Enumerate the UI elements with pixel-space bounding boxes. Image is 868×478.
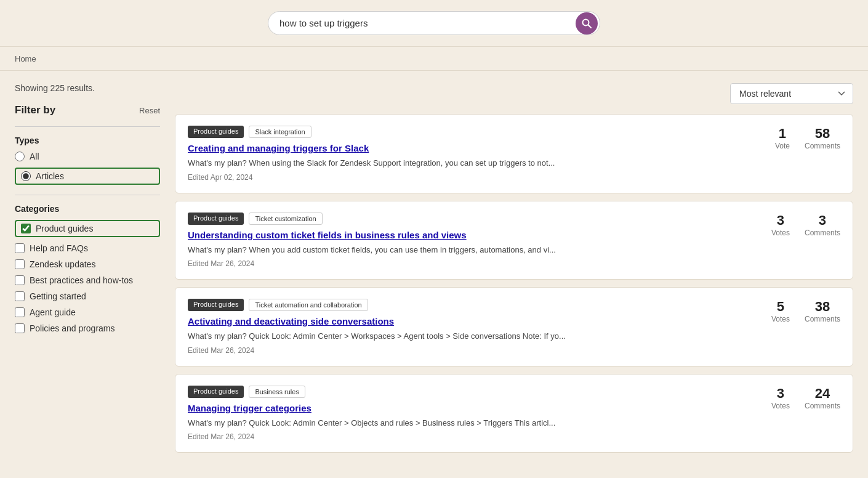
result-title-link[interactable]: Activating and deactivating side convers… [188,316,744,326]
category-zendesk-updates-checkbox[interactable] [15,259,25,269]
type-all-option[interactable]: All [15,152,160,161]
votes-count: 5 [777,299,784,315]
result-card: Product guides Business rules Managing t… [175,374,853,453]
category-help-faqs[interactable]: Help and FAQs [15,243,160,253]
filter-header: Filter by Reset [15,104,160,116]
comments-stat: 58 Comments [805,126,840,150]
comments-count: 38 [815,299,830,315]
result-stats: 1 Vote 58 Comments [754,126,840,150]
result-stats: 3 Votes 24 Comments [754,386,840,410]
tag-business-rules: Business rules [249,386,305,398]
breadcrumb: Home [0,47,868,71]
search-icon [582,18,592,28]
result-main: Product guides Ticket customization Unde… [188,213,744,269]
sidebar: Showing 225 results. Filter by Reset Typ… [15,83,175,460]
category-getting-started-label: Getting started [30,291,86,301]
result-title-link[interactable]: Creating and managing triggers for Slack [188,143,744,153]
result-meta: Edited Mar 26, 2024 [188,259,744,268]
tag-row: Product guides Ticket customization [188,213,744,225]
result-title-link[interactable]: Managing trigger categories [188,403,744,413]
category-zendesk-updates[interactable]: Zendesk updates [15,259,160,269]
comments-stat: 3 Comments [805,213,840,237]
comments-stat: 38 Comments [805,299,840,323]
votes-count: 3 [777,213,784,229]
result-card: Product guides Ticket automation and col… [175,287,853,367]
categories-checkbox-group: Product guides Help and FAQs Zendesk upd… [15,220,160,333]
category-best-practices[interactable]: Best practices and how-tos [15,275,160,285]
tag-row: Product guides Ticket automation and col… [188,299,744,311]
type-articles-label: Articles [36,171,64,181]
tag-product-guides: Product guides [188,386,244,398]
votes-count: 3 [777,386,784,402]
comments-label: Comments [805,142,840,150]
category-getting-started[interactable]: Getting started [15,291,160,301]
type-articles-radio[interactable] [21,171,31,181]
votes-stat: 3 Votes [771,386,790,410]
type-articles-option[interactable]: Articles [15,168,160,185]
sidebar-divider [15,126,160,127]
tag-slack-integration: Slack integration [249,126,311,138]
category-best-practices-checkbox[interactable] [15,275,25,285]
category-policies-programs-label: Policies and programs [30,323,115,333]
votes-stat: 5 Votes [771,299,790,323]
result-meta: Edited Mar 26, 2024 [188,346,744,355]
result-title-link[interactable]: Understanding custom ticket fields in bu… [188,230,744,240]
category-best-practices-label: Best practices and how-tos [30,275,133,285]
sort-select[interactable]: Most relevant Most recent Most votes Mos… [730,83,853,104]
votes-label: Votes [771,315,790,323]
tag-ticket-customization: Ticket customization [249,213,322,225]
votes-stat: 3 Votes [771,213,790,237]
category-policies-programs-checkbox[interactable] [15,323,25,333]
result-main: Product guides Slack integration Creatin… [188,126,744,182]
category-policies-programs[interactable]: Policies and programs [15,323,160,333]
result-meta: Edited Apr 02, 2024 [188,173,744,182]
category-help-faqs-checkbox[interactable] [15,243,25,253]
result-excerpt: What's my plan? Quick Look: Admin Center… [188,417,744,429]
category-product-guides-checkbox[interactable] [21,224,31,233]
comments-label: Comments [805,402,840,410]
result-main: Product guides Ticket automation and col… [188,299,744,355]
breadcrumb-home-link[interactable]: Home [15,54,36,63]
type-all-radio[interactable] [15,152,25,161]
sort-row: Most relevant Most recent Most votes Mos… [175,83,853,104]
category-product-guides[interactable]: Product guides [15,220,160,237]
category-agent-guide-checkbox[interactable] [15,307,25,317]
reset-link[interactable]: Reset [139,106,160,115]
votes-label: Votes [771,229,790,237]
result-excerpt: What's my plan? Quick Look: Admin Center… [188,330,744,342]
category-agent-guide-label: Agent guide [30,307,76,317]
types-radio-group: All Articles [15,152,160,185]
result-excerpt: What's my plan? When you add custom tick… [188,244,744,256]
comments-count: 58 [815,126,830,142]
category-getting-started-checkbox[interactable] [15,291,25,301]
comments-stat: 24 Comments [805,386,840,410]
search-container [268,11,600,35]
category-help-faqs-label: Help and FAQs [30,243,88,253]
comments-label: Comments [805,315,840,323]
votes-label: Votes [771,402,790,410]
tag-product-guides: Product guides [188,213,244,225]
main-layout: Showing 225 results. Filter by Reset Typ… [0,71,868,472]
search-input[interactable] [268,11,600,35]
svg-line-1 [589,25,592,28]
tag-product-guides: Product guides [188,126,244,138]
result-stats: 5 Votes 38 Comments [754,299,840,323]
search-bar-area [0,0,868,47]
votes-stat: 1 Vote [775,126,790,150]
result-card: Product guides Ticket customization Unde… [175,201,853,280]
tag-row: Product guides Business rules [188,386,744,398]
category-agent-guide[interactable]: Agent guide [15,307,160,317]
votes-label: Vote [775,142,790,150]
tag-product-guides: Product guides [188,299,244,311]
result-excerpt: What's my plan? When using the Slack for… [188,157,744,169]
result-card: Product guides Slack integration Creatin… [175,114,853,193]
votes-count: 1 [779,126,786,142]
category-zendesk-updates-label: Zendesk updates [30,259,95,269]
result-main: Product guides Business rules Managing t… [188,386,744,442]
content-area: Most relevant Most recent Most votes Mos… [175,83,853,460]
tag-ticket-automation: Ticket automation and collaboration [249,299,368,311]
comments-label: Comments [805,229,840,237]
search-button[interactable] [576,12,598,34]
comments-count: 24 [815,386,830,402]
types-section-title: Types [15,136,160,145]
